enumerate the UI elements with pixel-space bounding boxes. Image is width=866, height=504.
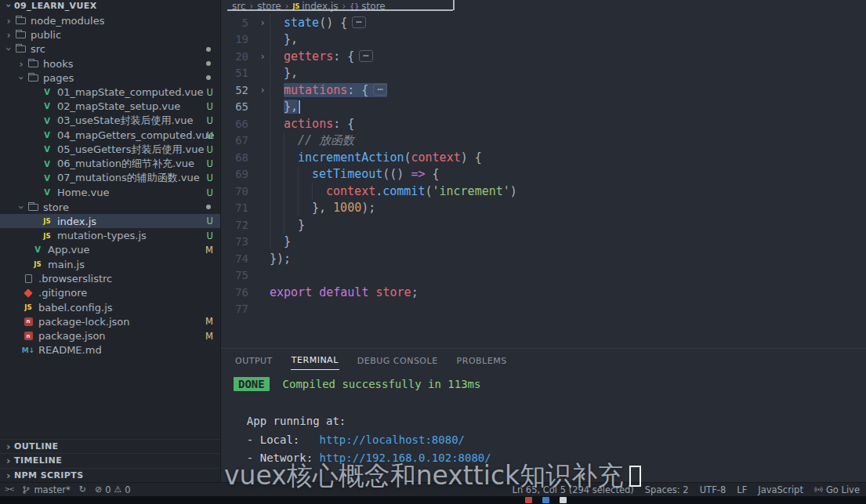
tree-item[interactable]: .gitignore: [0, 286, 220, 300]
line-number[interactable]: 20: [221, 50, 255, 63]
tree-item[interactable]: JSmutation-types.jsU: [0, 228, 220, 242]
line-number[interactable]: 66: [221, 118, 255, 130]
tree-item[interactable]: JSindex.jsU: [0, 214, 220, 228]
tree-item[interactable]: M↓README.md: [0, 343, 220, 357]
project-section-header[interactable]: › 09_LEARN_VUEX: [0, 0, 220, 12]
tree-item[interactable]: V01_mapState_computed.vueU: [0, 85, 220, 99]
line-number[interactable]: 52: [221, 84, 255, 96]
folder-icon: [27, 72, 39, 83]
code-line[interactable]: 77: [221, 301, 866, 318]
line-number[interactable]: 68: [221, 151, 255, 164]
panel-tab-debug-console[interactable]: DEBUG CONSOLE: [357, 350, 439, 370]
tree-item[interactable]: V06_mutation的细节补充.vueU: [0, 157, 220, 171]
code-line[interactable]: 52›mutations: {⋯: [221, 82, 866, 99]
tree-item[interactable]: ›node_modules: [0, 13, 220, 27]
code-line[interactable]: 74});: [221, 250, 866, 267]
code-line[interactable]: 20›getters: {⋯: [221, 48, 866, 65]
code-line[interactable]: 76export default store;: [221, 284, 866, 301]
tree-item[interactable]: V07_mutations的辅助函数.vueU: [0, 171, 220, 185]
tree-item[interactable]: V05_useGetters封装后使用.vueU: [0, 143, 220, 157]
code-line[interactable]: 68incrementAction(context) {: [221, 149, 866, 166]
code-text: context.commit('increment'): [270, 183, 517, 200]
code-line[interactable]: 51},: [221, 65, 866, 82]
explorer-sidebar: › 09_LEARN_VUEX ›node_modules›public›src…: [0, 0, 221, 482]
code-line[interactable]: 70context.commit('increment'): [221, 183, 866, 200]
line-number[interactable]: 69: [221, 168, 255, 180]
tree-item[interactable]: V02_mapState_setup.vueU: [0, 100, 220, 114]
taskbar-app-light-icon[interactable]: [560, 497, 567, 503]
code-editor[interactable]: 5›state() {⋯19},20›getters: {⋯51},52›mut…: [221, 13, 866, 348]
git-branch-indicator[interactable]: master*: [22, 484, 70, 495]
line-number[interactable]: 76: [221, 286, 255, 299]
sync-button[interactable]: ↻: [79, 485, 86, 494]
folded-code-icon[interactable]: ⋯: [352, 16, 365, 28]
problems-indicator[interactable]: ⊘ 0 ⚠ 0: [95, 484, 131, 495]
line-number[interactable]: 51: [221, 67, 255, 79]
terminal-link[interactable]: http://localhost:8080/: [320, 433, 465, 446]
warning-icon: ⚠: [114, 485, 121, 494]
code-line[interactable]: 71}, 1000);: [221, 200, 866, 217]
tree-item[interactable]: JSbabel.config.js: [0, 300, 220, 314]
tree-item[interactable]: JSmain.js: [0, 257, 220, 271]
fold-chevron-icon[interactable]: ›: [255, 17, 270, 28]
terminal-link[interactable]: http://192.168.0.102:8080/: [320, 451, 491, 464]
tree-item[interactable]: ›hooks: [0, 56, 220, 71]
panel-tab-terminal[interactable]: TERMINAL: [291, 350, 339, 370]
folded-code-icon[interactable]: ⋯: [359, 50, 372, 62]
sidebar-section-npm-scripts[interactable]: ›NPM SCRIPTS: [0, 468, 220, 482]
line-number[interactable]: 73: [221, 235, 255, 248]
tree-item[interactable]: VApp.vueM: [0, 243, 220, 257]
tree-item[interactable]: ›src: [0, 42, 220, 56]
tree-item[interactable]: ›public: [0, 27, 220, 42]
tree-item[interactable]: npackage-lock.jsonM: [0, 314, 220, 328]
line-number[interactable]: 74: [221, 252, 255, 265]
cursor-position[interactable]: Ln 65, Col 5 (294 selected): [512, 484, 633, 495]
code-line[interactable]: 67// 放函数: [221, 132, 866, 150]
code-line[interactable]: 75: [221, 267, 866, 285]
fold-chevron-icon[interactable]: ›: [255, 85, 270, 96]
line-number[interactable]: 70: [221, 185, 255, 198]
code-token: });: [270, 252, 291, 266]
line-number[interactable]: 72: [221, 219, 255, 231]
remote-indicator[interactable]: ><: [5, 486, 13, 493]
line-number[interactable]: 71: [221, 201, 255, 214]
error-count: 0: [105, 484, 111, 495]
encoding-setting[interactable]: UTF-8: [700, 484, 726, 495]
line-number[interactable]: 75: [221, 269, 255, 281]
tree-item[interactable]: npackage.jsonM: [0, 329, 220, 343]
fold-chevron-icon[interactable]: ›: [255, 51, 270, 62]
taskbar-app-blue-icon[interactable]: [542, 497, 549, 503]
code-line[interactable]: 65},: [221, 99, 866, 116]
vue-icon: V: [41, 144, 53, 155]
code-line[interactable]: 69setTimeout(() => {: [221, 166, 866, 183]
indentation-setting[interactable]: Spaces: 2: [645, 484, 689, 495]
code-line[interactable]: 73}: [221, 234, 866, 251]
go-live-button[interactable]: Go Live: [814, 484, 860, 495]
taskbar-app-red-icon[interactable]: [525, 497, 532, 503]
sidebar-section-timeline[interactable]: ›TIMELINE: [0, 453, 220, 467]
line-number[interactable]: 5: [221, 16, 255, 29]
line-number[interactable]: 19: [221, 33, 255, 45]
tree-item[interactable]: V03_useState封装后使用.vueU: [0, 114, 220, 128]
line-number[interactable]: 77: [221, 303, 255, 315]
code-line[interactable]: 5›state() {⋯: [221, 14, 866, 31]
eol-setting[interactable]: LF: [737, 484, 747, 495]
line-number[interactable]: 65: [221, 100, 255, 113]
code-line[interactable]: 66actions: {: [221, 115, 866, 132]
line-number[interactable]: 67: [221, 134, 255, 147]
panel-tab-output[interactable]: OUTPUT: [234, 350, 274, 370]
folded-code-icon[interactable]: ⋯: [373, 84, 386, 96]
panel-tab-problems[interactable]: PROBLEMS: [456, 350, 508, 370]
tree-item[interactable]: V04_mapGetters_computed.vueU: [0, 128, 220, 142]
tree-item[interactable]: VHome.vueU: [0, 186, 220, 200]
tree-item[interactable]: ›pages: [0, 71, 220, 85]
code-line[interactable]: 72}: [221, 216, 866, 234]
tree-item[interactable]: .browserslistrc: [0, 271, 220, 285]
terminal-output[interactable]: DONE Compiled successfully in 113ms App …: [221, 371, 866, 482]
code-text: state() {⋯: [270, 14, 366, 31]
language-mode[interactable]: JavaScript: [758, 484, 803, 495]
sidebar-section-outline[interactable]: ›OUTLINE: [0, 439, 220, 453]
code-line[interactable]: 19},: [221, 31, 866, 49]
tree-item[interactable]: ›store: [0, 200, 220, 214]
terminal-line: - Local: http://localhost:8080/: [234, 431, 866, 450]
